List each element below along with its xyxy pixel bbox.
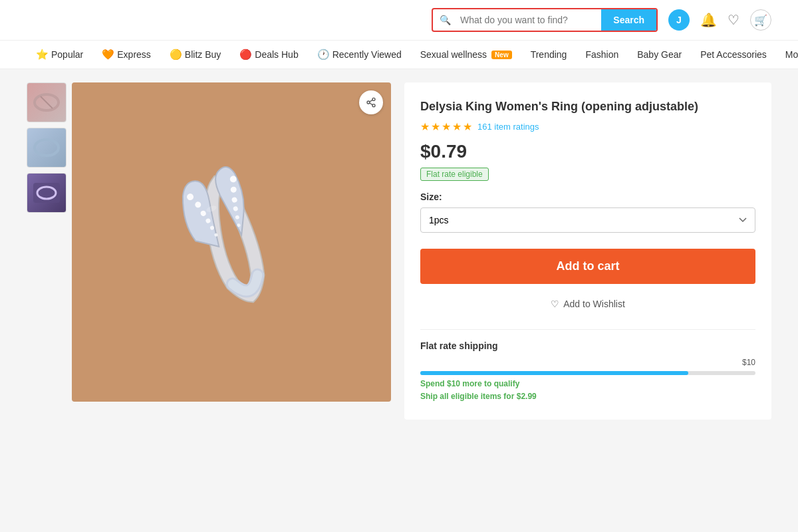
product-images	[27, 82, 391, 420]
header-icons: J 🔔 ♡ 🛒	[668, 9, 771, 31]
blitz-icon: 🟡	[170, 49, 182, 61]
rating-row: ★ ★ ★ ★ ★ 161 item ratings	[420, 120, 755, 133]
thumbnail-2[interactable]	[27, 128, 66, 168]
nav-label-fashion: Fashion	[585, 49, 618, 60]
svg-line-1	[41, 96, 53, 108]
svg-point-5	[372, 98, 375, 100]
main-content: Delysia King Women's Ring (opening adjus…	[0, 69, 798, 433]
nav-label-deals: Deals Hub	[255, 49, 298, 60]
star-3: ★	[442, 120, 451, 133]
shipping-section: Flat rate shipping $10 Spend $10 more to…	[420, 329, 755, 403]
progress-bar-fill	[420, 371, 688, 375]
sidebar-item-baby-gear[interactable]: Baby Gear	[628, 41, 691, 68]
product-title: Delysia King Women's Ring (opening adjus…	[420, 98, 755, 115]
star-rating: ★ ★ ★ ★ ★	[420, 120, 472, 133]
add-to-cart-button[interactable]: Add to cart	[420, 249, 755, 284]
sidebar-item-fashion[interactable]: Fashion	[576, 41, 628, 68]
shipping-title: Flat rate shipping	[420, 340, 755, 351]
notifications-icon[interactable]: 🔔	[700, 12, 717, 28]
recently-icon: 🕐	[317, 49, 330, 61]
svg-line-8	[370, 103, 373, 105]
sidebar-item-express[interactable]: 🧡 Express	[92, 41, 160, 68]
progress-bar	[420, 371, 755, 375]
deals-icon: 🔴	[239, 49, 252, 61]
ring-illustration	[132, 142, 331, 342]
nav-label-baby-gear: Baby Gear	[637, 49, 682, 60]
cart-icon[interactable]: 🛒	[750, 9, 771, 31]
nav-label-recently: Recently Viewed	[332, 49, 402, 60]
sidebar-item-deals-hub[interactable]: 🔴 Deals Hub	[230, 41, 307, 68]
express-icon: 🧡	[102, 49, 114, 61]
rating-count[interactable]: 161 item ratings	[477, 122, 539, 132]
nav-label-pet-accessories: Pet Accessories	[700, 49, 767, 60]
search-input[interactable]	[458, 9, 601, 31]
new-badge: New	[491, 51, 512, 59]
popular-icon: ⭐	[36, 49, 49, 61]
star-5: ★	[463, 120, 472, 133]
add-to-wishlist-button[interactable]: ♡ Add to Wishlist	[420, 292, 755, 316]
header: 🔍 Search J 🔔 ♡ 🛒	[0, 0, 798, 41]
sidebar-item-pet-accessories[interactable]: Pet Accessories	[691, 41, 776, 68]
svg-line-9	[370, 100, 373, 102]
size-select[interactable]: 1pcs 2pcs 3pcs	[420, 207, 755, 233]
thumbnail-1[interactable]	[27, 82, 66, 122]
star-2: ★	[431, 120, 440, 133]
nav-label-trending: Trending	[531, 49, 567, 60]
heart-icon: ♡	[551, 299, 559, 309]
thumbnail-list	[27, 82, 66, 420]
product-price: $0.79	[420, 141, 755, 162]
star-4: ★	[452, 120, 462, 133]
flat-rate-badge: Flat rate eligible	[420, 168, 489, 181]
search-bar: 🔍 Search	[432, 8, 658, 32]
svg-point-7	[372, 104, 375, 107]
nav-bar: ⭐ Popular 🧡 Express 🟡 Blitz Buy 🔴 Deals …	[0, 41, 798, 69]
nav-label-popular: Popular	[51, 49, 83, 60]
ship-text: Ship all eligible items for	[420, 392, 514, 401]
shipping-text: Spend $10 more to qualify Ship all eligi…	[420, 378, 755, 403]
sidebar-item-trending[interactable]: Trending	[521, 41, 577, 68]
nav-label-more: More	[785, 49, 798, 60]
spend-text: Spend $10 more to qualify	[420, 379, 519, 388]
progress-label: $10	[420, 358, 755, 367]
nav-label-blitz: Blitz Buy	[185, 49, 221, 60]
svg-point-6	[367, 101, 370, 104]
svg-point-2	[35, 140, 59, 156]
avatar[interactable]: J	[668, 9, 690, 31]
shipping-price: $2.99	[517, 392, 537, 401]
sidebar-item-recently-viewed[interactable]: 🕐 Recently Viewed	[308, 41, 411, 68]
product-details: Delysia King Women's Ring (opening adjus…	[404, 82, 771, 420]
sidebar-item-popular[interactable]: ⭐ Popular	[27, 41, 92, 68]
star-1: ★	[420, 120, 430, 133]
sidebar-item-more[interactable]: More	[776, 41, 798, 68]
wishlist-label: Add to Wishlist	[563, 299, 625, 309]
wishlist-icon[interactable]: ♡	[728, 12, 739, 28]
main-product-image	[72, 82, 391, 402]
sidebar-item-sexual-wellness[interactable]: Sexual wellness New	[411, 41, 521, 68]
sidebar-item-blitz-buy[interactable]: 🟡 Blitz Buy	[160, 41, 230, 68]
search-icon: 🔍	[433, 15, 458, 25]
thumbnail-3[interactable]	[27, 173, 66, 213]
nav-label-express: Express	[117, 49, 151, 60]
nav-label-sexual-wellness: Sexual wellness	[420, 49, 487, 60]
share-button[interactable]	[359, 90, 383, 114]
search-button[interactable]: Search	[601, 9, 656, 31]
size-label: Size:	[420, 192, 755, 202]
